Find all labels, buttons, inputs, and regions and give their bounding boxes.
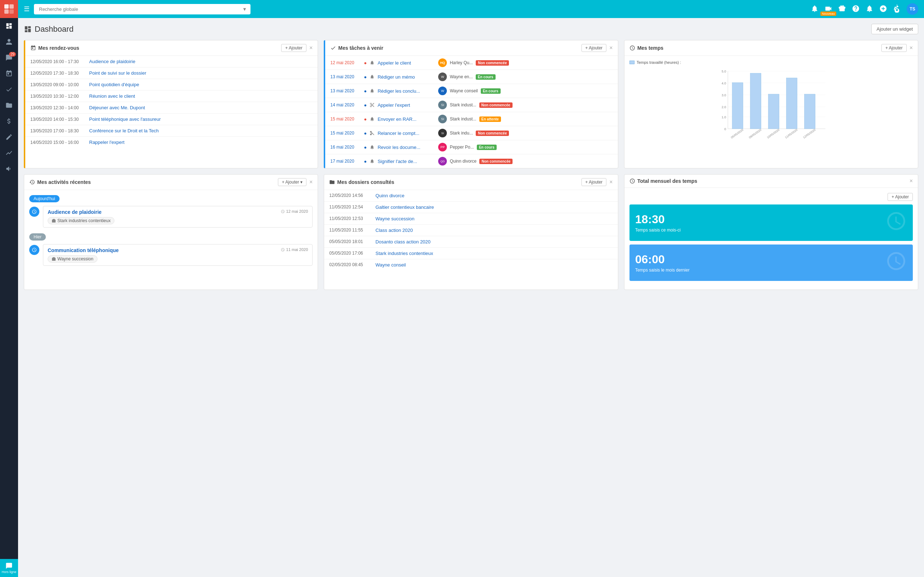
widget-activites-header: Mes activités récentes + Ajouter ▾ × bbox=[24, 174, 318, 190]
sidebar-item-messages[interactable]: 29 bbox=[0, 50, 18, 66]
sidebar-item-calendar[interactable] bbox=[0, 66, 18, 82]
widget-dossiers-title: Mes dossiers consultés bbox=[329, 179, 394, 185]
rendez-vous-close-button[interactable]: × bbox=[309, 45, 313, 51]
chart-area: Temps travaillé (heures) : bbox=[624, 56, 918, 145]
today-badge: Aujourd'hui bbox=[29, 195, 60, 202]
temps-close-button[interactable]: × bbox=[909, 45, 913, 51]
briefcase-icon bbox=[52, 257, 56, 261]
temps-current-label: Temps saisis ce mois-ci bbox=[635, 227, 681, 233]
widget-temps: Mes temps + Ajouter × Temps travaillé (h… bbox=[624, 40, 918, 168]
activites-close-button[interactable]: × bbox=[309, 179, 313, 185]
dossier-item: 11/05/2020 12:53 Wayne succession bbox=[324, 213, 617, 225]
widget-temps-header: Mes temps + Ajouter × bbox=[624, 40, 918, 56]
activity-card-title[interactable]: Audience de plaidoirie bbox=[48, 209, 102, 215]
widget-activites-body: Aujourd'hui Audience de plaidoirie 12 ma… bbox=[24, 190, 318, 274]
svg-text:09/05/2020: 09/05/2020 bbox=[748, 128, 762, 139]
task-priority-icon: ● bbox=[364, 74, 367, 80]
dossier-item: 05/05/2020 18:01 Dosanto class action 20… bbox=[324, 236, 617, 248]
activites-add-button[interactable]: + Ajouter ▾ bbox=[278, 178, 307, 186]
page-title-bar: Dashboard Ajouter un widget bbox=[24, 24, 918, 34]
activity-card-date: 11 mai 2020 bbox=[281, 247, 308, 252]
add-icon[interactable] bbox=[879, 5, 887, 14]
app-logo[interactable] bbox=[0, 0, 18, 18]
hamburger-button[interactable]: ☰ bbox=[24, 5, 30, 13]
task-avatar: HQ bbox=[438, 58, 447, 67]
bell-icon[interactable] bbox=[866, 5, 874, 14]
sidebar-item-billing[interactable] bbox=[0, 113, 18, 129]
dashboard-grid-top: Mes rendez-vous + Ajouter × 12/05/2020 1… bbox=[24, 40, 918, 168]
widget-total-temps-actions: × bbox=[909, 178, 913, 184]
video-icon[interactable]: Nouveau bbox=[824, 5, 832, 14]
help-icon[interactable] bbox=[852, 5, 860, 14]
nouveau-badge: Nouveau bbox=[821, 11, 836, 16]
sidebar-item-files[interactable] bbox=[0, 97, 18, 113]
dossiers-add-button[interactable]: + Ajouter bbox=[582, 178, 607, 186]
sidebar-item-tasks[interactable] bbox=[0, 82, 18, 97]
temps-previous-label: Temps saisis le mois dernier bbox=[635, 268, 690, 272]
add-widget-button[interactable]: Ajouter un widget bbox=[871, 24, 918, 34]
gift-icon[interactable] bbox=[838, 5, 846, 14]
taches-add-button[interactable]: + Ajouter bbox=[582, 44, 607, 52]
sidebar-item-notes[interactable] bbox=[0, 129, 18, 145]
rendez-vous-add-button[interactable]: + Ajouter bbox=[281, 44, 307, 52]
task-item: 13 mai 2020 ● Rédiger un mémo W Wayne en… bbox=[325, 70, 617, 84]
svg-rect-0 bbox=[4, 4, 9, 9]
total-temps-add-button[interactable]: + Ajouter bbox=[888, 193, 913, 201]
clock-small-icon bbox=[281, 248, 285, 252]
temps-add-button[interactable]: + Ajouter bbox=[881, 44, 907, 52]
bar-09-05 bbox=[750, 73, 761, 129]
status-badge: En cours bbox=[476, 74, 496, 80]
sidebar-item-dashboard[interactable] bbox=[0, 18, 18, 34]
scissors-icon bbox=[370, 102, 375, 108]
widget-rendez-vous-actions: + Ajouter × bbox=[281, 44, 313, 52]
header: ☰ ▼ Nouveau bbox=[18, 0, 924, 18]
user-avatar[interactable]: TS bbox=[907, 3, 918, 15]
taches-close-button[interactable]: × bbox=[609, 45, 612, 51]
task-priority-icon: ● bbox=[364, 60, 367, 66]
svg-text:0: 0 bbox=[724, 127, 726, 131]
dossiers-close-button[interactable]: × bbox=[609, 179, 612, 185]
timer-icon bbox=[630, 178, 635, 184]
sidebar-item-contacts[interactable] bbox=[0, 34, 18, 50]
sidebar-item-settings[interactable] bbox=[0, 161, 18, 177]
task-item: 16 mai 2020 ● Revoir les docume... PP Pe… bbox=[325, 140, 617, 154]
status-badge: Non commencée bbox=[476, 131, 509, 136]
rdv-item: 13/05/2020 17:00 - 18:30 Conférence sur … bbox=[25, 125, 318, 137]
activity-card-header: Audience de plaidoirie 12 mai 2020 bbox=[48, 209, 308, 215]
widget-rendez-vous-title: Mes rendez-vous bbox=[30, 45, 79, 51]
bar-11-05 bbox=[786, 78, 797, 129]
svg-text:05/05/2020: 05/05/2020 bbox=[730, 128, 744, 139]
notifications-icon[interactable] bbox=[811, 5, 819, 14]
timer-icon[interactable] bbox=[893, 5, 901, 14]
status-badge: En cours bbox=[481, 89, 501, 94]
dossier-item: 12/05/2020 14:56 Quinn divorce bbox=[324, 190, 617, 201]
page-title: Dashboard bbox=[24, 24, 74, 34]
search-input[interactable] bbox=[34, 4, 250, 15]
bell-icon bbox=[370, 74, 375, 79]
rdv-item: 12/05/2020 17:30 - 18:30 Point de suivi … bbox=[25, 68, 318, 79]
task-avatar: PP bbox=[438, 143, 447, 152]
svg-text:3.0: 3.0 bbox=[722, 93, 726, 97]
activity-card-sub: Stark industries contentieux bbox=[48, 217, 308, 224]
task-priority-icon: ● bbox=[364, 131, 367, 136]
status-badge: Non commencée bbox=[479, 159, 512, 164]
dossier-item: 11/05/2020 12:54 Galtier contentieux ban… bbox=[324, 201, 617, 213]
dashboard-icon bbox=[24, 25, 32, 33]
svg-text:12/05/2020: 12/05/2020 bbox=[802, 128, 816, 139]
total-temps-close-button[interactable]: × bbox=[909, 178, 913, 184]
task-item: 13 mai 2020 ● Rédiger les conclu... W Wa… bbox=[325, 84, 617, 98]
temps-card-previous: 06:00 Temps saisis le mois dernier bbox=[630, 245, 913, 281]
briefcase-icon bbox=[52, 219, 56, 223]
activity-circle-icon bbox=[29, 206, 39, 217]
activity-card-title[interactable]: Communication téléphonique bbox=[48, 247, 119, 253]
dossier-item: 05/05/2020 17:06 Stark industries conten… bbox=[324, 248, 617, 259]
chart-legend-box bbox=[630, 61, 635, 64]
svg-rect-1 bbox=[10, 4, 14, 9]
bell-icon bbox=[370, 159, 375, 164]
clock-icon bbox=[32, 209, 37, 214]
sidebar-item-reports[interactable] bbox=[0, 145, 18, 161]
sidebar-chat[interactable]: Hors ligne bbox=[0, 559, 18, 577]
widget-taches-header: Mes tâches à venir + Ajouter × bbox=[325, 40, 617, 56]
widget-taches-title: Mes tâches à venir bbox=[330, 45, 383, 51]
chart-legend: Temps travaillé (heures) : bbox=[630, 60, 913, 64]
